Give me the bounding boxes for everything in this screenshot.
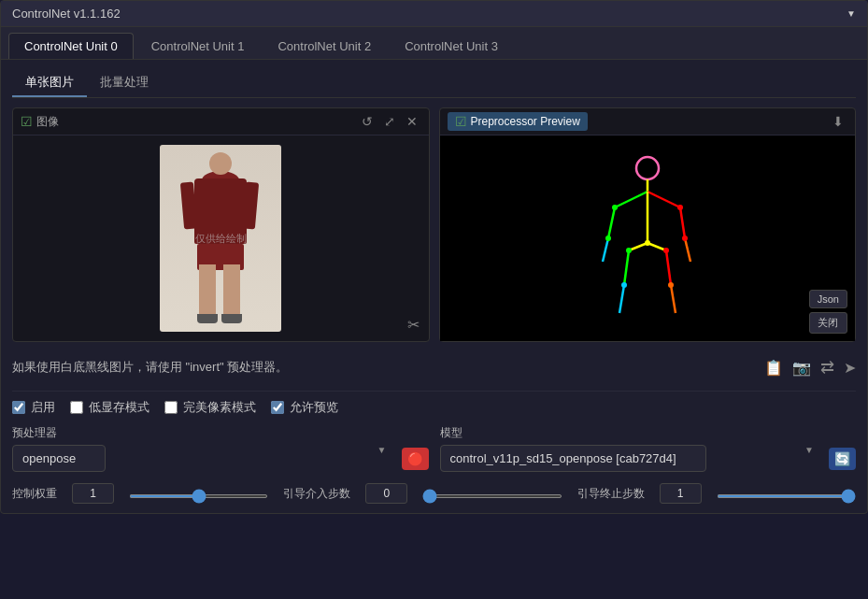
perfect-label: 完美像素模式 <box>183 399 256 416</box>
enable-checkbox-item[interactable]: 启用 <box>12 399 55 416</box>
svg-line-3 <box>647 192 680 207</box>
subtab-single[interactable]: 单张图片 <box>12 69 87 97</box>
control-weight-value[interactable] <box>72 483 114 504</box>
svg-point-16 <box>677 205 683 210</box>
svg-line-8 <box>685 238 690 262</box>
ending-step-label: 引导终止步数 <box>577 486 645 502</box>
lowvram-label: 低显存模式 <box>89 399 149 416</box>
svg-line-2 <box>615 192 647 207</box>
model-label: 模型 <box>440 425 857 441</box>
info-bar: 如果使用白底黑线图片，请使用 "invert" 预处理器。 📋 📷 ⇄ ➤ <box>12 351 856 383</box>
tab-unit1[interactable]: ControlNet Unit 1 <box>135 33 261 59</box>
skeleton-header: ☑ Preprocessor Preview ⬇ <box>440 108 856 135</box>
figure-leg-right <box>223 264 240 316</box>
tab-unit0[interactable]: ControlNet Unit 0 <box>8 33 134 59</box>
checkbox-area: 启用 低显存模式 完美像素模式 允许预览 <box>12 399 856 416</box>
starting-step-value[interactable] <box>365 483 407 504</box>
svg-line-7 <box>680 207 685 238</box>
camera-icon[interactable]: 📷 <box>792 359 811 377</box>
starting-step-slider-container <box>422 487 562 501</box>
model-refresh-button[interactable]: 🔄 <box>829 448 856 470</box>
svg-point-15 <box>612 205 618 210</box>
skeleton-content <box>440 135 856 341</box>
image-label-text: 图像 <box>36 114 59 130</box>
uploaded-image: 仅供给绘制 <box>160 145 281 332</box>
model-dropdown-arrow: ▼ <box>804 445 814 455</box>
tab-unit2[interactable]: ControlNet Unit 2 <box>262 33 387 59</box>
svg-line-6 <box>603 238 608 262</box>
svg-line-12 <box>619 285 624 313</box>
figure-shoe-left <box>197 314 218 323</box>
control-weight-slider-container <box>129 487 268 501</box>
svg-line-11 <box>624 250 629 285</box>
undo-button[interactable]: ↺ <box>358 112 377 131</box>
preprocessor-error-button[interactable]: 🔴 <box>402 448 429 470</box>
content-area: 单张图片 批量处理 ☑ 图像 ↺ ⤢ ✕ <box>1 60 867 513</box>
controlnet-panel: ControlNet v1.1.162 ▼ ControlNet Unit 0 … <box>0 0 868 514</box>
enable-checkbox[interactable] <box>12 401 25 414</box>
download-preview-button[interactable]: ⬇ <box>829 112 847 131</box>
sliders-row: 控制权重 引导介入步数 引导终止步数 <box>12 483 856 504</box>
figure-head <box>209 152 232 175</box>
scissors-button[interactable]: ✂ <box>404 314 423 335</box>
model-dropdown[interactable]: control_v11p_sd15_openpose [cab727d4] <box>440 445 706 472</box>
close-skeleton-button[interactable]: 关闭 <box>809 312 847 334</box>
close-image-button[interactable]: ✕ <box>403 112 421 131</box>
lowvram-checkbox[interactable] <box>70 401 83 414</box>
ending-step-slider-container <box>717 487 856 501</box>
control-weight-label: 控制权重 <box>12 486 57 502</box>
preprocessor-dropdown[interactable]: openpose <box>12 445 106 472</box>
ending-step-value[interactable] <box>660 483 702 504</box>
figure-body <box>194 178 247 244</box>
swap-icon[interactable]: ⇄ <box>820 357 834 378</box>
tab-unit3[interactable]: ControlNet Unit 3 <box>389 33 514 59</box>
lowvram-checkbox-item[interactable]: 低显存模式 <box>70 399 149 416</box>
perfect-checkbox-item[interactable]: 完美像素模式 <box>164 399 256 416</box>
title-bar: ControlNet v1.1.162 ▼ <box>1 1 867 27</box>
ending-step-slider[interactable] <box>717 494 856 498</box>
preview-checkbox-symbol: ☑ <box>455 114 467 129</box>
image-panel-label: ☑ 图像 <box>21 114 59 130</box>
skeleton-actions: Json 关闭 <box>809 290 847 334</box>
image-content[interactable]: 仅供给绘制 ✂ <box>13 135 429 341</box>
subtab-batch[interactable]: 批量处理 <box>87 69 162 97</box>
preprocessor-dropdown-wrapper: openpose ▼ 🔴 <box>12 445 429 472</box>
preview-checkbox[interactable] <box>271 401 284 414</box>
starting-step-slider[interactable] <box>422 494 562 498</box>
sub-tabs: 单张图片 批量处理 <box>12 69 856 98</box>
skeleton-preview-panel: ☑ Preprocessor Preview ⬇ <box>439 107 857 342</box>
controls-row: 预处理器 openpose ▼ 🔴 模型 <box>12 425 856 472</box>
main-tabs: ControlNet Unit 0 ControlNet Unit 1 Cont… <box>1 27 867 60</box>
preprocessor-preview-label: ☑ Preprocessor Preview <box>448 112 588 131</box>
figure-leg-left <box>199 264 216 316</box>
svg-line-13 <box>666 250 671 285</box>
perfect-checkbox[interactable] <box>164 401 178 414</box>
image-panel-actions: ↺ ⤢ ✕ <box>358 112 421 131</box>
svg-line-5 <box>608 207 615 238</box>
preprocessor-section: 预处理器 openpose ▼ 🔴 <box>12 425 429 472</box>
svg-point-18 <box>682 235 688 241</box>
svg-point-19 <box>645 240 650 246</box>
json-button[interactable]: Json <box>809 290 847 308</box>
collapse-arrow[interactable]: ▼ <box>847 8 856 19</box>
svg-point-17 <box>605 235 611 241</box>
enable-label: 启用 <box>31 399 55 416</box>
svg-line-14 <box>671 285 676 313</box>
preview-checkbox-item[interactable]: 允许预览 <box>271 399 338 416</box>
resize-button[interactable]: ⤢ <box>380 112 399 131</box>
svg-point-20 <box>626 248 632 253</box>
image-panel-header: ☑ 图像 ↺ ⤢ ✕ <box>13 108 429 135</box>
image-upload-panel: ☑ 图像 ↺ ⤢ ✕ <box>12 107 430 342</box>
figure-shoe-right <box>221 314 242 323</box>
send-icon[interactable]: ➤ <box>844 359 856 377</box>
info-text: 如果使用白底黑线图片，请使用 "invert" 预处理器。 <box>12 359 288 376</box>
preview-label-text: Preprocessor Preview <box>471 115 580 128</box>
skeleton-svg <box>573 140 722 336</box>
control-weight-slider[interactable] <box>129 494 268 498</box>
preprocessor-dropdown-arrow: ▼ <box>377 445 387 455</box>
edit-icon[interactable]: 📋 <box>764 359 783 377</box>
preview-label: 允许预览 <box>290 399 338 416</box>
info-icons: 📋 📷 ⇄ ➤ <box>764 357 856 378</box>
starting-step-label: 引导介入步数 <box>283 486 350 502</box>
model-section: 模型 control_v11p_sd15_openpose [cab727d4]… <box>440 425 857 472</box>
